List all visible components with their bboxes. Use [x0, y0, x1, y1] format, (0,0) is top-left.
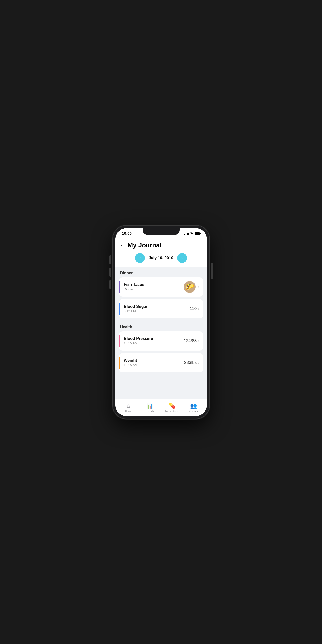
fish-tacos-image: 🌮 [184, 281, 196, 293]
accent-bar-purple [119, 281, 121, 293]
tab-medications[interactable]: 💊 Medications [164, 402, 179, 412]
fish-tacos-card[interactable]: Fish Tacos Dinner 🌮 › [119, 277, 203, 296]
accent-bar-orange [119, 356, 121, 369]
blood-sugar-subtitle: 6:12 PM [124, 309, 190, 313]
add-button-area: + Add Journal Entry [115, 395, 207, 399]
fish-tacos-subtitle: Dinner [124, 288, 184, 291]
tab-trends[interactable]: 📊 Trends [143, 402, 158, 412]
blood-sugar-card[interactable]: Blood Sugar 6:12 PM 110 › [119, 299, 203, 318]
phone-screen: 10:00 ⌘ ← My Journal [115, 228, 207, 416]
blood-pressure-info: Blood Pressure 10:15 AM [124, 336, 184, 345]
accent-bar-blue [119, 302, 121, 315]
message-label: Message [188, 410, 199, 412]
current-date: July 19, 2019 [149, 256, 173, 260]
phone-frame: 10:00 ⌘ ← My Journal [113, 226, 209, 419]
medications-icon: 💊 [169, 402, 175, 409]
page-title: My Journal [128, 242, 162, 249]
food-emoji: 🌮 [185, 283, 194, 291]
content-spacer [115, 375, 207, 395]
scroll-content: Dinner Fish Tacos Dinner 🌮 › [115, 267, 207, 399]
blood-sugar-right: 110 › [190, 306, 200, 311]
trends-icon: 📊 [147, 402, 153, 409]
section-label-dinner: Dinner [115, 267, 207, 277]
next-date-button[interactable]: › [177, 253, 187, 263]
message-icon: 👥 [190, 402, 197, 409]
fish-tacos-title: Fish Tacos [124, 282, 184, 287]
status-icons: ⌘ [184, 232, 200, 235]
blood-sugar-chevron: › [198, 306, 199, 311]
next-date-icon: › [181, 255, 183, 260]
blood-sugar-info: Blood Sugar 6:12 PM [124, 304, 190, 313]
status-time: 10:00 [122, 231, 132, 236]
tab-message[interactable]: 👥 Message [186, 402, 201, 412]
battery-fill [195, 232, 200, 234]
fish-tacos-info: Fish Tacos Dinner [124, 282, 184, 291]
weight-info: Weight 10:15 AM [124, 358, 184, 367]
blood-pressure-card[interactable]: Blood Pressure 10:15 AM 124/83 › [119, 331, 203, 350]
trends-label: Trends [146, 410, 154, 412]
prev-date-icon: ‹ [139, 255, 141, 260]
tab-bar: ⌂ Home 📊 Trends 💊 Medications 👥 Message [115, 399, 207, 416]
header-title-row: ← My Journal [120, 242, 202, 249]
weight-chevron: › [198, 360, 199, 365]
medications-label: Medications [165, 410, 178, 412]
accent-bar-pink [119, 335, 121, 347]
date-navigator: ‹ July 19, 2019 › [120, 253, 202, 263]
weight-right: 233lbs › [184, 360, 199, 365]
section-label-health: Health [115, 321, 207, 331]
tab-home[interactable]: ⌂ Home [121, 402, 136, 412]
blood-sugar-title: Blood Sugar [124, 304, 190, 309]
blood-pressure-title: Blood Pressure [124, 336, 184, 341]
prev-date-button[interactable]: ‹ [135, 253, 145, 263]
weight-title: Weight [124, 358, 184, 363]
signal-icon [184, 232, 189, 235]
back-button[interactable]: ← [120, 242, 126, 248]
home-label: Home [125, 410, 132, 412]
blood-pressure-right: 124/83 › [184, 338, 199, 344]
battery-icon [195, 232, 200, 235]
header: ← My Journal ‹ July 19, 2019 › [115, 239, 207, 267]
weight-subtitle: 10:15 AM [124, 363, 184, 367]
weight-value: 233lbs [184, 360, 197, 365]
blood-sugar-value: 110 [190, 306, 197, 311]
blood-pressure-chevron: › [198, 339, 199, 343]
fish-tacos-right: 🌮 › [184, 281, 199, 293]
signal-bar-2 [186, 234, 186, 235]
signal-bar-4 [188, 233, 189, 235]
blood-pressure-subtitle: 10:15 AM [124, 342, 184, 345]
blood-pressure-value: 124/83 [184, 338, 197, 344]
notch [143, 228, 180, 235]
wifi-icon: ⌘ [190, 232, 193, 235]
signal-bar-1 [184, 234, 185, 235]
signal-bar-3 [187, 233, 188, 235]
fish-tacos-chevron: › [198, 285, 199, 289]
weight-card[interactable]: Weight 10:15 AM 233lbs › [119, 353, 203, 372]
home-icon: ⌂ [127, 402, 130, 409]
